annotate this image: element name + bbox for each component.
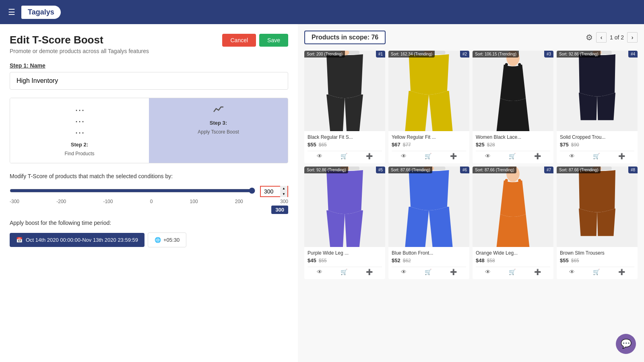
- cart-button[interactable]: 🛒: [593, 153, 600, 159]
- left-panel: Cancel Save Edit T-Score Boost Promote o…: [0, 24, 298, 362]
- add-cart-button[interactable]: ➕: [618, 269, 625, 275]
- cart-button[interactable]: 🛒: [425, 269, 431, 275]
- cart-button[interactable]: 🛒: [593, 269, 600, 275]
- cancel-button[interactable]: Cancel: [222, 34, 256, 47]
- price-current: $67: [392, 142, 400, 148]
- sort-badge: Sort: 87.66 (Trending): [557, 167, 601, 173]
- spinner-up[interactable]: ▲: [280, 186, 287, 191]
- slider-label-min100: -100: [103, 199, 113, 204]
- steps-container: ⋯⋯⋯ Step 2: Find Products Step 3: Apply …: [10, 98, 288, 163]
- cart-button[interactable]: 🛒: [425, 153, 431, 159]
- product-info: Women Black Lace... $25 $28 👁 🛒 ➕: [473, 131, 553, 163]
- view-button[interactable]: 👁: [569, 269, 575, 275]
- next-page-button[interactable]: ›: [627, 32, 638, 43]
- product-badge: Sort: 106.15 (Trending) #3: [473, 51, 553, 58]
- add-cart-button[interactable]: ➕: [618, 153, 625, 159]
- calendar-icon: 📅: [16, 237, 23, 243]
- product-actions: 👁 🛒 ➕: [476, 267, 550, 276]
- product-actions: 👁 🛒 ➕: [308, 267, 382, 276]
- product-grid: Sort: 200 (Trending) #1 Black Regular Fi…: [304, 51, 638, 279]
- spinner-down[interactable]: ▼: [280, 191, 287, 197]
- action-buttons: Cancel Save: [222, 34, 288, 47]
- boost-slider[interactable]: [10, 187, 255, 194]
- add-cart-button[interactable]: ➕: [366, 153, 373, 159]
- product-prices: $55 $65: [560, 257, 634, 263]
- rank-badge: #5: [376, 167, 385, 173]
- chat-button[interactable]: 💬: [616, 334, 636, 354]
- add-cart-button[interactable]: ➕: [450, 153, 457, 159]
- svg-line-15: [520, 181, 521, 186]
- product-card: Sort: 87.66 (Trending) #8 Brown Slim Tro…: [557, 167, 638, 279]
- rank-badge: #7: [544, 167, 553, 173]
- rank-badge: #8: [628, 167, 638, 173]
- view-button[interactable]: 👁: [401, 269, 407, 275]
- price-original: $28: [487, 142, 495, 148]
- add-cart-button[interactable]: ➕: [450, 269, 457, 275]
- cart-button[interactable]: 🛒: [509, 269, 516, 275]
- rank-badge: #1: [376, 51, 385, 58]
- product-prices: $48 $58: [476, 257, 550, 263]
- add-cart-button[interactable]: ➕: [534, 153, 541, 159]
- add-cart-button[interactable]: ➕: [534, 269, 541, 275]
- rank-badge: #2: [460, 51, 469, 58]
- step1-label: Step 1: Name: [10, 62, 288, 69]
- timezone-button[interactable]: 🌐 +05:30: [148, 232, 186, 247]
- product-card: Sort: 92.86 (Trending) #4 Solid Cropped …: [557, 51, 638, 163]
- view-button[interactable]: 👁: [569, 153, 575, 159]
- products-scope: Products in scope: 76: [304, 31, 386, 44]
- product-image: [304, 51, 385, 131]
- product-badge: Sort: 162.34 (Trending) #2: [388, 51, 469, 58]
- prev-page-button[interactable]: ‹: [596, 32, 607, 43]
- price-original: $65: [319, 142, 327, 148]
- cart-button[interactable]: 🛒: [341, 269, 347, 275]
- price-current: $75: [560, 142, 569, 148]
- slider-label-0: 0: [150, 199, 153, 204]
- step2-item[interactable]: ⋯⋯⋯ Step 2: Find Products: [10, 98, 149, 163]
- price-original: $90: [571, 142, 579, 148]
- step3-name: Step 3:: [210, 120, 227, 126]
- time-row: 📅 Oct 14th 2020 00:00:00-Nov 13th 2020 2…: [10, 232, 288, 247]
- current-val-badge: 300: [271, 206, 288, 214]
- date-range-text: Oct 14th 2020 00:00:00-Nov 13th 2020 23:…: [26, 237, 138, 243]
- slider-labels: -300 -200 -100 0 100 200 300: [10, 199, 288, 204]
- view-button[interactable]: 👁: [485, 269, 491, 275]
- view-button[interactable]: 👁: [401, 153, 407, 159]
- svg-line-5: [505, 65, 507, 70]
- rank-badge: #6: [460, 167, 469, 173]
- main-container: Cancel Save Edit T-Score Boost Promote o…: [0, 24, 644, 362]
- cart-button[interactable]: 🛒: [509, 153, 516, 159]
- hamburger-icon[interactable]: ☰: [8, 7, 15, 17]
- date-range-button[interactable]: 📅 Oct 14th 2020 00:00:00-Nov 13th 2020 2…: [10, 233, 144, 247]
- slider-label-100: 100: [190, 199, 198, 204]
- product-info: Purple Wide Leg ... $45 $55 👁 🛒 ➕: [304, 247, 385, 279]
- name-input[interactable]: [10, 72, 288, 90]
- product-prices: $25 $28: [476, 142, 550, 148]
- settings-button[interactable]: ⚙: [586, 33, 593, 42]
- add-cart-button[interactable]: ➕: [366, 269, 373, 275]
- product-prices: $67 $77: [392, 142, 466, 148]
- save-button[interactable]: Save: [259, 34, 288, 47]
- product-name: Orange Wide Leg...: [476, 250, 550, 256]
- price-original: $65: [571, 258, 579, 263]
- product-info: Blue Button Front... $52 $62 👁 🛒 ➕: [388, 247, 469, 279]
- pagination: ⚙ ‹ 1 of 2 ›: [586, 32, 638, 43]
- rank-badge: #4: [628, 51, 638, 58]
- cart-button[interactable]: 🛒: [341, 153, 347, 159]
- product-image: [473, 51, 553, 131]
- view-button[interactable]: 👁: [317, 153, 322, 159]
- product-name: Black Regular Fit S...: [308, 134, 382, 140]
- right-header: Products in scope: 76 ⚙ ‹ 1 of 2 ›: [304, 31, 638, 44]
- product-info: Black Regular Fit S... $55 $65 👁 🛒 ➕: [304, 131, 385, 163]
- view-button[interactable]: 👁: [317, 269, 322, 275]
- slider-label-min300: -300: [10, 199, 19, 204]
- grid-icon: ⋯⋯⋯: [75, 105, 85, 138]
- price-original: $58: [487, 258, 495, 263]
- price-current: $52: [392, 257, 400, 263]
- product-card: Sort: 87.66 (Trending) #6 Blue Button Fr…: [388, 167, 469, 279]
- sort-badge: Sort: 200 (Trending): [304, 51, 345, 58]
- sort-badge: Sort: 92.86 (Trending): [304, 167, 348, 173]
- value-spinners: ▲ ▼: [280, 186, 287, 197]
- view-button[interactable]: 👁: [485, 153, 491, 159]
- step3-item[interactable]: Step 3: Apply Tscore Boost: [149, 98, 288, 163]
- product-badge: Sort: 92.86 (Trending) #5: [304, 167, 385, 173]
